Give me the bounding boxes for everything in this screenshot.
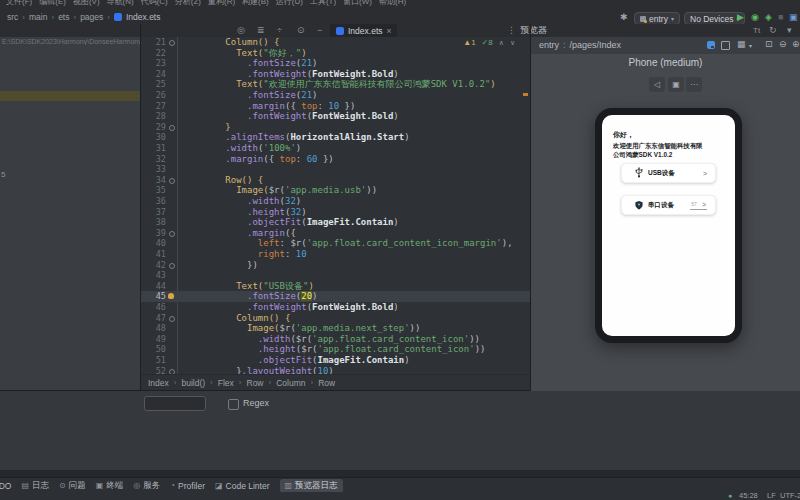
hide-icon[interactable]: − xyxy=(317,24,322,37)
code-text[interactable]: .objectFit(ImageFit.Contain) xyxy=(182,355,410,366)
menu-item[interactable]: 编辑(E) xyxy=(39,0,66,7)
code-text[interactable]: .margin({ top: 60 }) xyxy=(182,154,334,165)
fold-marker[interactable] xyxy=(169,231,175,237)
editor-breadcrumb-item[interactable]: Index xyxy=(148,378,169,388)
breadcrumb-file[interactable]: Index.ets xyxy=(126,12,161,22)
code-text[interactable]: .fontSize(21) xyxy=(182,58,318,69)
menu-item[interactable]: 帮助(H) xyxy=(379,0,406,7)
menu-item[interactable]: 窗口(W) xyxy=(343,0,372,7)
tool-window-button[interactable]: ▥预览器日志 xyxy=(280,479,343,493)
sync-preview-icon[interactable] xyxy=(707,41,715,49)
fold-marker[interactable] xyxy=(169,263,175,269)
run-icon[interactable]: ▶ xyxy=(737,11,744,24)
grid-view-icon[interactable]: ▦ xyxy=(737,39,746,49)
menu-item[interactable]: 重构(R) xyxy=(208,0,235,7)
tool-window-button[interactable]: ◔Profiler xyxy=(170,481,205,491)
fold-marker[interactable] xyxy=(169,178,175,184)
tool-window-button[interactable]: ◪Code Linter xyxy=(215,481,270,491)
chevron-down-icon[interactable]: ▾ xyxy=(749,42,752,49)
code-text[interactable]: Image($r('app.media.next_step')) xyxy=(182,323,420,334)
text-size-icon[interactable]: Tt xyxy=(753,24,760,37)
breadcrumb-item[interactable]: main xyxy=(29,12,47,22)
code-text[interactable]: .objectFit(ImageFit.Contain) xyxy=(182,217,399,228)
multi-screen-icon[interactable]: ▣ xyxy=(668,77,684,92)
caret-position[interactable]: 45:28 xyxy=(739,492,758,500)
tool-window-button[interactable]: ⊙问题 xyxy=(59,480,86,492)
code-text[interactable]: left: $r('app.float.card_content_icon_ma… xyxy=(182,238,513,249)
line-ending[interactable]: LF xyxy=(767,492,776,500)
divider[interactable] xyxy=(140,24,141,391)
code-text[interactable]: .height($r('app.float.card_content_icon'… xyxy=(182,344,485,355)
code-text[interactable]: .width(32) xyxy=(182,196,301,207)
editor-breadcrumb-item[interactable]: Row xyxy=(247,378,264,388)
editor-breadcrumb-item[interactable]: Column xyxy=(276,378,305,388)
menu-item[interactable]: 工具(T) xyxy=(310,0,336,7)
settings-icon[interactable]: ⊙ xyxy=(297,24,305,37)
menu-item[interactable]: 文件(F) xyxy=(6,0,32,7)
debug-icon[interactable]: ◉ xyxy=(751,11,759,24)
log-filter-input[interactable] xyxy=(144,396,206,411)
menu-item[interactable]: 代码(C) xyxy=(141,0,168,7)
split-icon[interactable]: ÷ xyxy=(277,24,282,37)
fold-marker[interactable] xyxy=(169,125,175,131)
drag-handle-icon[interactable]: ⋮ xyxy=(507,24,516,37)
breadcrumb-item[interactable]: src xyxy=(7,12,18,22)
code-text[interactable]: } xyxy=(182,122,231,133)
tab-index-ets[interactable]: Index.ets × xyxy=(330,24,397,37)
project-selected-row[interactable] xyxy=(0,91,140,101)
inspections-widget[interactable]: ▲1 ✓8 ∧ ∨ xyxy=(460,38,518,47)
refresh-icon[interactable]: ↻ xyxy=(769,24,777,37)
breadcrumb-item[interactable]: ets xyxy=(58,12,69,22)
code-text[interactable]: .alignItems(HorizontalAlign.Start) xyxy=(182,132,410,143)
fold-marker[interactable] xyxy=(169,40,175,46)
editor-breadcrumb-item[interactable]: Row xyxy=(318,378,335,388)
intention-bulb-icon[interactable] xyxy=(168,293,174,299)
structure-icon[interactable]: ≣ xyxy=(257,24,265,37)
code-text[interactable]: Column() { xyxy=(182,313,290,324)
code-text[interactable]: Text("你好，") xyxy=(182,48,307,59)
editor-breadcrumb-item[interactable]: build() xyxy=(181,378,205,388)
bug-run-icon[interactable]: ◈ xyxy=(765,11,772,24)
code-editor[interactable]: 21 Column() {22 Text("你好，")23 .fontSize(… xyxy=(140,37,530,374)
inspector-icon[interactable] xyxy=(721,41,730,50)
code-text[interactable]: .fontWeight(FontWeight.Bold) xyxy=(182,69,399,80)
menu-item[interactable]: 分析(Z) xyxy=(175,0,201,7)
code-text[interactable]: }.layoutWeight(10) xyxy=(182,366,334,374)
rotate-icon[interactable]: ◁ xyxy=(649,77,665,92)
code-text[interactable]: right: 10 xyxy=(182,249,307,260)
menu-item[interactable]: 构建(B) xyxy=(242,0,269,7)
more-icon[interactable]: ⋯ xyxy=(686,77,702,92)
device-card[interactable]: 串口设备57> xyxy=(621,195,716,215)
zoom-in-icon[interactable]: ⊕ xyxy=(792,39,800,49)
breadcrumb-item[interactable]: pages xyxy=(80,12,103,22)
menu-item[interactable]: 视图(V) xyxy=(73,0,100,7)
device-card-value-group[interactable]: 57> xyxy=(690,201,707,210)
code-text[interactable]: Text("USB设备") xyxy=(182,281,314,292)
menu-item[interactable]: 导航(N) xyxy=(107,0,134,7)
code-text[interactable]: Text("欢迎使用广东东信智能科技有限公司鸿蒙SDK V1.0.2") xyxy=(182,79,496,90)
tool-window-button[interactable]: ▣终端 xyxy=(96,480,124,492)
code-text[interactable]: }) xyxy=(182,260,258,271)
code-text[interactable]: .width($r('app.float.card_content_icon')… xyxy=(182,334,480,345)
gear-icon[interactable]: ✱ xyxy=(620,11,628,24)
prev-problem-icon[interactable]: ∧ xyxy=(499,39,504,47)
zoom-out-icon[interactable]: ⊖ xyxy=(779,39,787,49)
menu-item[interactable]: 运行(U) xyxy=(276,0,303,7)
fit-to-screen-icon[interactable]: ⊡ xyxy=(765,39,773,49)
fold-marker[interactable] xyxy=(169,316,175,322)
close-icon[interactable]: × xyxy=(387,26,392,36)
code-text[interactable]: .width('100%') xyxy=(182,143,301,154)
code-text[interactable]: Image($r('app.media.usb')) xyxy=(182,185,377,196)
code-text[interactable]: .margin({ xyxy=(182,228,296,239)
code-text[interactable]: .fontSize(20) xyxy=(182,291,318,302)
next-problem-icon[interactable]: ∨ xyxy=(510,39,515,47)
locate-file-icon[interactable]: ◎ xyxy=(237,24,245,37)
tool-window-button[interactable]: ▤日志 xyxy=(21,480,49,492)
collapse-icon[interactable]: ▾ xyxy=(787,24,792,37)
code-text[interactable]: .margin({ top: 10 }) xyxy=(182,101,355,112)
tool-window-button[interactable]: ◎服务 xyxy=(133,480,160,492)
project-structure-icon[interactable]: ▣ xyxy=(789,11,798,24)
code-text[interactable]: Column() { xyxy=(182,37,280,48)
tool-window-todo[interactable]: TODO xyxy=(0,481,11,491)
code-text[interactable]: Row() { xyxy=(182,175,263,186)
